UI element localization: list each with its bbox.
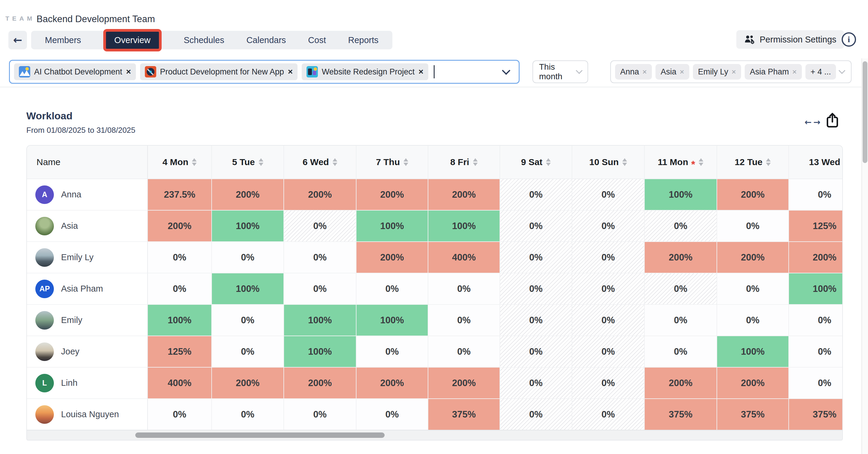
table-row: Emily Ly0%0%0%200%400%0%0%200%200%200%	[27, 242, 842, 273]
member-name: Anna	[61, 190, 82, 199]
workload-cell: 0%	[356, 399, 428, 430]
member-chip[interactable]: Asia×	[655, 64, 689, 79]
column-header[interactable]: 7 Thu	[356, 145, 428, 179]
avatar	[35, 405, 54, 424]
remove-icon[interactable]: ×	[288, 68, 293, 76]
workload-cell: 0%	[500, 273, 572, 305]
sort-up-arrow	[766, 158, 771, 162]
column-header[interactable]: 11 Mon*	[645, 145, 717, 179]
sort-icon[interactable]	[473, 158, 478, 166]
sort-down-arrow	[333, 163, 337, 166]
remove-icon[interactable]: ×	[642, 68, 647, 76]
project-chip-label: AI Chatbot Development	[34, 67, 122, 76]
workload-cell: 0%	[572, 367, 645, 399]
member-name-cell: AAnna	[27, 179, 148, 210]
horizontal-scrollbar[interactable]	[26, 430, 843, 441]
page: TEAM Backend Development Team ← MembersO…	[0, 0, 868, 454]
chevron-down-icon[interactable]	[502, 66, 510, 75]
info-icon[interactable]: i	[842, 32, 856, 47]
workload-cell: 0%	[356, 273, 428, 305]
member-filter-select[interactable]: Anna×Asia×Emily Ly×Asia Pham×+ 4 ...	[610, 60, 851, 83]
workload-cell: 125%	[789, 210, 843, 242]
member-name: Louisa Nguyen	[61, 410, 119, 419]
remove-icon[interactable]: ×	[680, 68, 684, 76]
vertical-scrollbar[interactable]	[861, 58, 868, 454]
project-chip[interactable]: Website Redesign Project×	[302, 63, 428, 80]
project-chip[interactable]: Product Development for New App×	[140, 63, 298, 80]
tab-reports[interactable]: Reports	[348, 35, 379, 45]
vinyl-project-icon	[145, 66, 156, 77]
avatar	[35, 311, 54, 330]
member-name-cell: LLinh	[27, 367, 148, 399]
workload-cell: 200%	[717, 179, 789, 210]
horizontal-scrollbar-thumb[interactable]	[135, 432, 384, 438]
workload-cell: 0%	[428, 273, 500, 305]
column-header[interactable]: 6 Wed	[284, 145, 356, 179]
workload-cell: 100%	[284, 305, 356, 336]
vertical-scrollbar-thumb[interactable]	[863, 61, 867, 163]
table-row: AAnna237.5%200%200%200%200%0%0%100%200%0…	[27, 179, 842, 210]
workload-cell: 0%	[428, 336, 500, 367]
sort-icon[interactable]	[333, 158, 337, 166]
column-header[interactable]: 9 Sat	[500, 145, 572, 179]
column-header[interactable]: 12 Tue	[717, 145, 789, 179]
sort-icon[interactable]	[699, 158, 703, 166]
sort-down-arrow	[699, 163, 703, 166]
permission-settings-button[interactable]: Permission Settings	[736, 30, 844, 49]
workload-cell: 100%	[428, 210, 500, 242]
sort-icon[interactable]	[192, 158, 197, 166]
workload-cell: 100%	[356, 305, 428, 336]
workload-cell: 0%	[500, 367, 572, 399]
sort-icon[interactable]	[403, 158, 408, 166]
sort-icon[interactable]	[622, 158, 627, 166]
workload-cell: 0%	[572, 305, 645, 336]
tab-schedules[interactable]: Schedules	[184, 35, 224, 45]
workload-cell: 237.5%	[148, 179, 212, 210]
tab-calendars[interactable]: Calendars	[246, 35, 286, 45]
sort-down-arrow	[546, 163, 551, 166]
member-name: Asia	[61, 221, 78, 231]
chevron-down-icon[interactable]	[839, 67, 845, 74]
member-chip[interactable]: Anna×	[615, 64, 652, 79]
column-header[interactable]: 4 Mon	[148, 145, 212, 179]
member-chip[interactable]: Asia Pham×	[745, 64, 802, 79]
project-filter-select[interactable]: AI Chatbot Development×Product Developme…	[9, 60, 520, 84]
workload-cell: 0%	[789, 179, 843, 210]
workload-cell: 375%	[717, 399, 789, 430]
workload-cell: 0%	[789, 367, 843, 399]
remove-icon[interactable]: ×	[792, 68, 797, 76]
expand-horizontal-icon[interactable]: ← →	[805, 117, 820, 127]
sort-icon[interactable]	[258, 158, 264, 166]
table-row: LLinh400%200%200%200%200%0%0%200%200%0%	[27, 367, 842, 399]
period-value: This month	[539, 62, 577, 82]
back-button[interactable]: ←	[8, 31, 27, 50]
workload-cell: 200%	[284, 367, 356, 399]
workload-cell: 0%	[212, 305, 284, 336]
sort-icon[interactable]	[546, 158, 551, 166]
remove-icon[interactable]: ×	[126, 68, 131, 76]
member-chip[interactable]: Emily Ly×	[693, 64, 741, 79]
remove-icon[interactable]: ×	[418, 68, 423, 76]
workload-cell: 100%	[212, 210, 284, 242]
arrow-left-icon: ←	[13, 35, 22, 45]
sort-down-arrow	[192, 163, 197, 166]
tab-overview[interactable]: Overview	[103, 29, 162, 52]
project-chip[interactable]: AI Chatbot Development×	[14, 63, 136, 80]
workload-cell: 200%	[645, 367, 717, 399]
table-row: Louisa Nguyen0%0%0%0%375%0%0%375%375%375…	[27, 399, 842, 430]
tab-members[interactable]: Members	[45, 35, 81, 45]
workload-table: Name4 Mon5 Tue6 Wed7 Thu8 Fri9 Sat10 Sun…	[26, 145, 843, 430]
workload-cell: 0%	[572, 336, 645, 367]
member-chip[interactable]: + 4 ...	[805, 64, 836, 79]
sort-icon[interactable]	[766, 158, 771, 166]
column-header[interactable]: 5 Tue	[212, 145, 284, 179]
remove-icon[interactable]: ×	[732, 68, 736, 76]
nav-bar: ← MembersOverviewSchedulesCalendarsCostR…	[8, 31, 393, 50]
column-header[interactable]: 10 Sun	[572, 145, 645, 179]
tab-cost[interactable]: Cost	[308, 35, 326, 45]
workload-cell: 400%	[148, 367, 212, 399]
export-icon[interactable]	[826, 112, 839, 129]
column-header[interactable]: 8 Fri	[428, 145, 500, 179]
avatar: A	[35, 186, 54, 204]
period-dropdown[interactable]: This month	[532, 60, 588, 83]
